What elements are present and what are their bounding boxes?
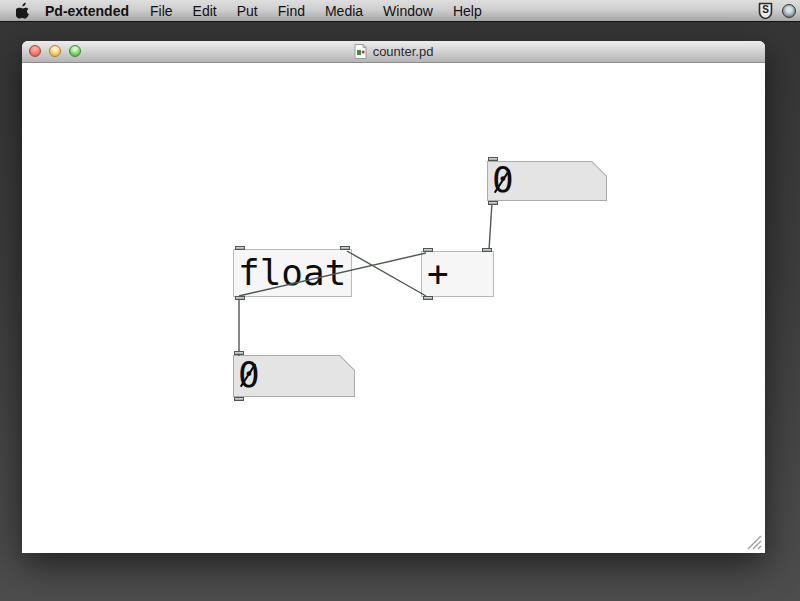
minimize-button[interactable] <box>49 45 61 57</box>
menu-help[interactable]: Help <box>443 0 492 22</box>
outlet-nub[interactable] <box>488 201 498 205</box>
number-box-top[interactable]: 0 <box>487 161 607 201</box>
number-box-bottom[interactable]: 0 <box>233 355 355 397</box>
object-box-plus[interactable]: + <box>421 251 494 297</box>
inlet-nub[interactable] <box>340 246 350 250</box>
inlet-nub[interactable] <box>235 246 245 250</box>
window-title: counter.pd <box>373 44 434 59</box>
patch-cord[interactable] <box>489 202 492 250</box>
menu-window[interactable]: Window <box>373 0 443 22</box>
object-text: + <box>422 252 493 295</box>
outlet-nub[interactable] <box>235 296 245 300</box>
title-bar[interactable]: counter.pd <box>22 41 765 63</box>
menu-find[interactable]: Find <box>268 0 315 22</box>
shield-s-status-icon[interactable]: S <box>757 2 774 20</box>
resize-grip[interactable] <box>745 533 763 551</box>
app-menu-pd-extended[interactable]: Pd-extended <box>36 0 140 22</box>
menu-bar: Pd-extended File Edit Put Find Media Win… <box>0 0 800 22</box>
camera-status-icon[interactable] <box>782 4 796 18</box>
outlet-nub[interactable] <box>234 397 244 401</box>
menu-put[interactable]: Put <box>227 0 268 22</box>
apple-menu[interactable] <box>16 2 30 19</box>
inlet-nub[interactable] <box>423 248 433 252</box>
inlet-nub[interactable] <box>234 351 244 355</box>
menu-file[interactable]: File <box>140 0 183 22</box>
inlet-nub[interactable] <box>488 157 498 161</box>
apple-icon <box>16 2 30 19</box>
zoom-button[interactable] <box>69 45 81 57</box>
inlet-nub[interactable] <box>482 248 492 252</box>
outlet-nub[interactable] <box>423 296 433 300</box>
patch-window: counter.pd 0 float + <box>22 41 765 553</box>
patch-cords <box>22 63 765 553</box>
object-text: float <box>234 250 351 296</box>
patch-cord[interactable] <box>347 251 426 296</box>
document-icon <box>354 44 367 59</box>
shield-letter: S <box>762 5 769 15</box>
menu-media[interactable]: Media <box>315 0 373 22</box>
object-box-float[interactable]: float <box>233 249 352 297</box>
menu-edit[interactable]: Edit <box>183 0 227 22</box>
close-button[interactable] <box>29 45 41 57</box>
patch-canvas[interactable]: 0 float + 0 <box>22 63 765 553</box>
